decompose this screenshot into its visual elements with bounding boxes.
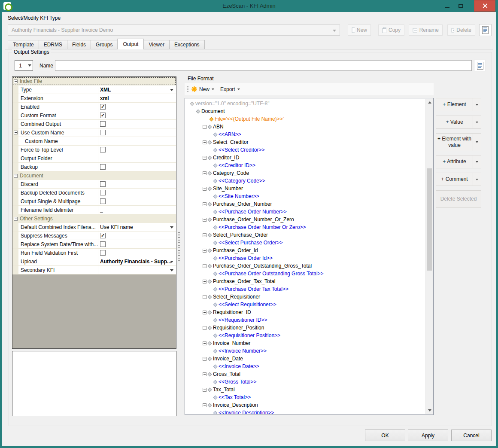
- dropdown-arrow-icon[interactable]: [168, 258, 175, 265]
- tree-node-value[interactable]: <<Requisitioner ID>>: [185, 316, 425, 324]
- collapse-icon[interactable]: [203, 171, 206, 175]
- splitter-handle[interactable]: [178, 232, 180, 263]
- tree-node-value[interactable]: <<Requisitioner Position>>: [185, 332, 425, 339]
- apply-button[interactable]: Apply: [408, 430, 448, 441]
- tree-node-value[interactable]: <<Purchase Order Tax Total>>: [185, 285, 425, 293]
- property-backup-deleted-documents[interactable]: Backup Deleted Documents: [12, 189, 176, 197]
- add-value-button[interactable]: + Value: [436, 116, 481, 129]
- collapse-icon[interactable]: [203, 311, 206, 314]
- tree-node-value[interactable]: <<Purchase Order Outstanding Gross Total…: [185, 270, 425, 277]
- property-backup[interactable]: Backup: [12, 163, 176, 171]
- category-document[interactable]: Document: [12, 171, 176, 180]
- delete-kfi-button[interactable]: Delete: [447, 24, 475, 36]
- checkbox[interactable]: [100, 250, 106, 256]
- tree-node-element[interactable]: Tax_Total: [185, 386, 425, 393]
- property-replace-system-date-time-with[interactable]: Replace System Date/Time with...: [12, 240, 176, 249]
- add-element-dropdown[interactable]: [473, 98, 481, 111]
- tree-node-attribute[interactable]: File='<<(Output File Name)>>': [185, 115, 425, 123]
- add-comment-dropdown[interactable]: [473, 173, 481, 186]
- delete-selected-button[interactable]: Delete Selected: [436, 190, 481, 208]
- property-custom-format[interactable]: Custom Format: [12, 111, 176, 120]
- tree-node-element[interactable]: Requisitioner_Position: [185, 324, 425, 332]
- tree-scrollbar[interactable]: [425, 99, 433, 414]
- collapse-icon[interactable]: [203, 218, 206, 222]
- tree-node-value[interactable]: <<Invoice Description>>: [185, 409, 425, 414]
- minimize-button[interactable]: [440, 0, 453, 12]
- category-index-file[interactable]: Index File: [12, 77, 176, 85]
- tree-node-value[interactable]: <<Select Creditor>>: [185, 146, 425, 154]
- add-attribute-dropdown[interactable]: [473, 155, 481, 168]
- tab-viewer[interactable]: Viewer: [143, 40, 169, 49]
- scrollbar-thumb[interactable]: [427, 168, 432, 271]
- tree-node-element[interactable]: ABN: [185, 123, 425, 131]
- property-use-custom-name[interactable]: Use Custom Name: [12, 128, 176, 137]
- tab-edrms[interactable]: EDRMS: [39, 40, 67, 49]
- checkbox[interactable]: [100, 190, 106, 195]
- dropdown-arrow-icon[interactable]: [168, 224, 175, 231]
- checkbox[interactable]: [100, 233, 106, 238]
- add-comment-button[interactable]: + Comment: [436, 173, 481, 186]
- property-run-field-validation-first[interactable]: Run Field Validation First: [12, 249, 176, 257]
- output-name-input[interactable]: [55, 60, 472, 71]
- tree-node-element[interactable]: Category_Code: [185, 169, 425, 177]
- tree-node-element[interactable]: Invoice_Number: [185, 339, 425, 347]
- checkbox[interactable]: [100, 130, 106, 135]
- tab-groups[interactable]: Groups: [91, 40, 118, 49]
- ok-button[interactable]: OK: [365, 430, 405, 441]
- tree-node-value[interactable]: <<Invoice Number>>: [185, 347, 425, 355]
- add-attribute-button[interactable]: + Attribute: [436, 155, 481, 168]
- tree-node-element[interactable]: Invoice_Date: [185, 355, 425, 363]
- kfi-type-combobox[interactable]: Authority Financials - Supplier Invoice …: [8, 24, 340, 36]
- checkbox[interactable]: [100, 147, 106, 152]
- category-other-settings[interactable]: Other Settings: [12, 214, 176, 223]
- collapse-icon[interactable]: [203, 125, 206, 129]
- tree-node-element[interactable]: Select_Creditor: [185, 138, 425, 146]
- collapse-icon[interactable]: [203, 187, 206, 191]
- tree-node-value[interactable]: <<ABN>>: [185, 131, 425, 138]
- property-suppress-messages[interactable]: Suppress Messages: [12, 232, 176, 240]
- tree-node-element[interactable]: Document: [185, 107, 425, 115]
- property-secondary-kfi[interactable]: Secondary KFI: [12, 266, 176, 274]
- tree-node-element[interactable]: Purchase_Order_Number_Or_Zero: [185, 216, 425, 223]
- add-element-with-value-button[interactable]: + Element with value: [436, 133, 481, 151]
- property-force-to-top-level[interactable]: Force to Top Level: [12, 146, 176, 154]
- collapse-icon[interactable]: [203, 156, 206, 160]
- tree-node-element[interactable]: Purchase_Order_Tax_Total: [185, 277, 425, 285]
- tab-exceptions[interactable]: Exceptions: [169, 40, 205, 49]
- property-output-single-multipage[interactable]: Output Single & Multipage: [12, 197, 176, 206]
- collapse-icon[interactable]: [14, 174, 18, 178]
- tree-node-value[interactable]: <<Category Code>>: [185, 177, 425, 185]
- output-index-combobox[interactable]: 1: [15, 60, 33, 71]
- tree-node-element[interactable]: Select_Requisitioner: [185, 293, 425, 301]
- tree-node-value[interactable]: <<Creditor ID>>: [185, 162, 425, 169]
- property-extension[interactable]: Extensionxml: [12, 94, 176, 103]
- tree-node-element[interactable]: Invoice_Description: [185, 401, 425, 409]
- collapse-icon[interactable]: [14, 131, 18, 134]
- collapse-icon[interactable]: [203, 372, 206, 376]
- checkbox[interactable]: [100, 181, 106, 187]
- add-element-with-value-dropdown[interactable]: [473, 134, 481, 151]
- tree-new-button[interactable]: New: [188, 85, 217, 94]
- tab-template[interactable]: Template: [8, 40, 39, 49]
- checkbox[interactable]: [100, 121, 106, 127]
- tree-node-pi[interactable]: version="1.0" encoding="UTF-8": [185, 100, 425, 107]
- property-enabled[interactable]: Enabled: [12, 103, 176, 111]
- cancel-button[interactable]: Cancel: [451, 430, 492, 441]
- checkbox[interactable]: [100, 113, 106, 118]
- checkbox[interactable]: [100, 241, 106, 247]
- collapse-icon[interactable]: [203, 357, 206, 361]
- scroll-up-button[interactable]: [426, 99, 433, 106]
- scroll-down-button[interactable]: [426, 407, 433, 414]
- new-kfi-button[interactable]: New: [348, 24, 371, 36]
- collapse-icon[interactable]: [203, 202, 206, 206]
- dropdown-arrow-icon[interactable]: [168, 86, 175, 93]
- collapse-icon[interactable]: [203, 388, 206, 392]
- tree-node-value[interactable]: <<Invoice Date>>: [185, 363, 425, 370]
- tree-node-value[interactable]: <<Purchase Order Number>>: [185, 208, 425, 216]
- tree-node-element[interactable]: Gross_Total: [185, 370, 425, 378]
- add-value-dropdown[interactable]: [473, 116, 481, 128]
- collapse-icon[interactable]: [203, 233, 206, 237]
- copy-kfi-button[interactable]: Copy: [378, 24, 404, 36]
- collapse-icon[interactable]: [203, 140, 206, 144]
- tree-node-value[interactable]: <<Gross Total>>: [185, 378, 425, 386]
